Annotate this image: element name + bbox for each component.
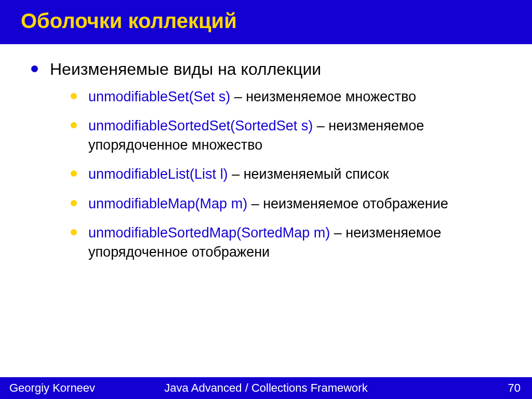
code-text: unmodifiableSet(Set s): [88, 89, 230, 104]
list-item: unmodifiableMap(Map m) – неизменяемое от…: [71, 194, 506, 213]
l1-item: Неизменяемые виды на коллекции unmodifia…: [31, 60, 506, 261]
slide-title: Оболочки коллекций: [21, 9, 532, 33]
code-text: unmodifiableList(List l): [88, 166, 228, 182]
slide: Оболочки коллекций Неизменяемые виды на …: [0, 0, 532, 399]
code-text: unmodifiableSortedMap(SortedMap m): [88, 225, 330, 241]
desc-text: – неизменяемое множество: [230, 89, 416, 104]
list-item: unmodifiableSet(Set s) – неизменяемое мн…: [71, 87, 506, 106]
bullet-list-l1: Неизменяемые виды на коллекции unmodifia…: [31, 60, 506, 261]
desc-text: – неизменяемый список: [228, 166, 389, 182]
footer-author: Georgiy Korneev: [9, 381, 95, 395]
main-heading: Неизменяемые виды на коллекции: [50, 60, 321, 78]
slide-content: Неизменяемые виды на коллекции unmodifia…: [0, 44, 532, 377]
list-item: unmodifiableSortedMap(SortedMap m) – неи…: [71, 223, 506, 261]
list-item: unmodifiableList(List l) – неизменяемый …: [71, 165, 506, 183]
title-bar: Оболочки коллекций: [0, 0, 532, 44]
footer-course: Java Advanced / Collections Framework: [164, 381, 367, 395]
bullet-list-l2: unmodifiableSet(Set s) – неизменяемое мн…: [71, 87, 506, 261]
desc-text: – неизменяемое отображение: [247, 196, 448, 211]
footer-page: 70: [508, 381, 521, 395]
code-text: unmodifiableMap(Map m): [88, 196, 247, 211]
code-text: unmodifiableSortedSet(SortedSet s): [88, 118, 313, 134]
list-item: unmodifiableSortedSet(SortedSet s) – неи…: [71, 116, 506, 154]
footer: Georgiy Korneev Java Advanced / Collecti…: [0, 377, 532, 399]
